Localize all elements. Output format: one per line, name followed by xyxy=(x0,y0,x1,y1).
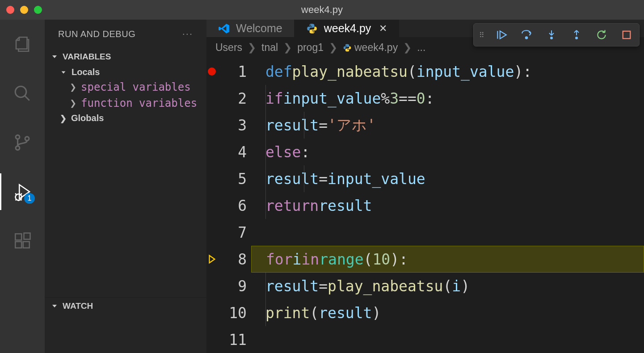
tab-week4-py[interactable]: week4.py ✕ xyxy=(295,20,400,37)
tab-welcome[interactable]: Welcome xyxy=(206,20,295,37)
code-line[interactable]: return result xyxy=(251,192,644,219)
code-line[interactable]: result = play_nabeatsu(i) xyxy=(251,273,644,299)
glyph-margin[interactable] xyxy=(202,58,222,85)
chevron-down-icon xyxy=(51,53,58,60)
window-minimize-button[interactable] xyxy=(20,6,28,14)
sidebar: RUN AND DEBUG ··· VARIABLES Locals ❯ spe… xyxy=(45,20,206,353)
tab-label: week4.py xyxy=(324,22,371,35)
editor-area: Welcome week4.py ✕ ⠿ xyxy=(206,20,644,353)
step-over-icon xyxy=(520,29,533,41)
glyph-margin[interactable] xyxy=(202,326,222,353)
code-line[interactable]: print(result) xyxy=(251,299,644,326)
python-icon xyxy=(306,23,318,34)
restart-button[interactable] xyxy=(594,28,609,42)
line-number: 9 xyxy=(222,273,251,299)
title-bar: week4.py xyxy=(0,0,644,20)
line-number: 8 xyxy=(222,246,251,273)
glyph-margin[interactable] xyxy=(202,219,222,246)
window-maximize-button[interactable] xyxy=(34,6,42,14)
vscode-icon xyxy=(218,23,230,34)
svg-point-11 xyxy=(575,37,578,39)
step-over-button[interactable] xyxy=(519,28,534,42)
glyph-margin[interactable] xyxy=(202,112,222,139)
svg-point-2 xyxy=(16,146,20,150)
code-line[interactable]: def play_nabeatsu(input_value): xyxy=(251,58,644,85)
code-line[interactable]: result = input_value xyxy=(251,165,644,192)
breadcrumb-segment[interactable]: ... xyxy=(417,42,425,54)
locals-scope[interactable]: Locals xyxy=(45,65,206,79)
debug-toolbar: ⠿ xyxy=(473,23,640,46)
current-line-icon xyxy=(207,254,217,264)
function-variables-row[interactable]: ❯ function variables xyxy=(45,95,206,111)
drag-handle-icon[interactable]: ⠿ xyxy=(479,31,484,39)
line-number: 2 xyxy=(222,85,251,112)
glyph-margin[interactable] xyxy=(202,273,222,299)
svg-rect-6 xyxy=(15,242,21,248)
more-actions-button[interactable]: ··· xyxy=(182,28,193,40)
stop-button[interactable] xyxy=(619,28,634,42)
svg-rect-7 xyxy=(23,242,29,248)
code-line[interactable] xyxy=(251,219,644,246)
activity-run-debug[interactable]: 1 xyxy=(0,173,45,210)
line-number: 4 xyxy=(222,139,251,165)
variables-section[interactable]: VARIABLES xyxy=(45,48,206,65)
line-number: 1 xyxy=(222,58,251,85)
globals-scope[interactable]: ❯ Globals xyxy=(45,111,206,125)
svg-point-10 xyxy=(550,37,553,39)
line-number: 7 xyxy=(222,219,251,246)
line-number: 5 xyxy=(222,165,251,192)
code-editor[interactable]: 1234567891011 def play_nabeatsu(input_va… xyxy=(206,58,644,353)
svg-point-1 xyxy=(16,135,20,139)
glyph-margin[interactable] xyxy=(202,165,222,192)
svg-rect-8 xyxy=(24,233,30,240)
breadcrumb-segment[interactable]: Users xyxy=(215,42,242,54)
git-branch-icon xyxy=(13,133,32,152)
traffic-lights xyxy=(6,6,42,14)
glyph-margin[interactable] xyxy=(202,246,222,273)
extensions-icon xyxy=(13,231,32,250)
special-variables-row[interactable]: ❯ special variables xyxy=(45,79,206,95)
glyph-margin[interactable] xyxy=(202,139,222,165)
step-out-button[interactable] xyxy=(569,28,584,42)
python-icon xyxy=(343,43,352,52)
line-number: 10 xyxy=(222,299,251,326)
tab-label: Welcome xyxy=(236,22,282,35)
svg-point-0 xyxy=(15,86,26,97)
debug-badge: 1 xyxy=(24,193,35,204)
chevron-down-icon xyxy=(51,303,58,310)
watch-section[interactable]: WATCH xyxy=(45,298,206,315)
window-close-button[interactable] xyxy=(6,6,14,14)
glyph-margin[interactable] xyxy=(202,192,222,219)
code-line[interactable]: result = 'アホ' xyxy=(251,112,644,139)
activity-source-control[interactable] xyxy=(0,124,45,161)
code-line[interactable]: for i in range(10): xyxy=(251,246,644,273)
activity-search[interactable] xyxy=(0,75,45,112)
breadcrumb-segment[interactable]: prog1 xyxy=(297,42,324,54)
window-title: week4.py xyxy=(301,4,343,16)
activity-explorer[interactable] xyxy=(0,26,45,63)
line-number: 6 xyxy=(222,192,251,219)
continue-button[interactable] xyxy=(494,28,509,42)
breadcrumb-segment[interactable]: tnal xyxy=(261,42,278,54)
restart-icon xyxy=(596,29,607,41)
code-line[interactable]: else: xyxy=(251,139,644,165)
step-out-icon xyxy=(571,29,582,41)
line-number: 3 xyxy=(222,112,251,139)
breadcrumb-segment[interactable]: week4.py xyxy=(354,42,398,54)
glyph-margin[interactable] xyxy=(202,85,222,112)
step-into-button[interactable] xyxy=(544,28,559,42)
chevron-down-icon xyxy=(60,69,67,76)
activity-bar: 1 xyxy=(0,20,45,353)
svg-rect-12 xyxy=(623,31,631,39)
code-line[interactable] xyxy=(251,326,644,353)
code-line[interactable]: if input_value % 3 == 0: xyxy=(251,85,644,112)
search-icon xyxy=(13,84,32,103)
chevron-right-icon: ❯ xyxy=(60,113,67,123)
breakpoint-icon[interactable] xyxy=(208,67,216,76)
line-number: 11 xyxy=(222,326,251,353)
chevron-right-icon: ❯ xyxy=(70,98,76,108)
close-icon[interactable]: ✕ xyxy=(379,23,387,34)
chevron-right-icon: ❯ xyxy=(70,82,76,92)
glyph-margin[interactable] xyxy=(202,299,222,326)
activity-extensions[interactable] xyxy=(0,223,45,259)
